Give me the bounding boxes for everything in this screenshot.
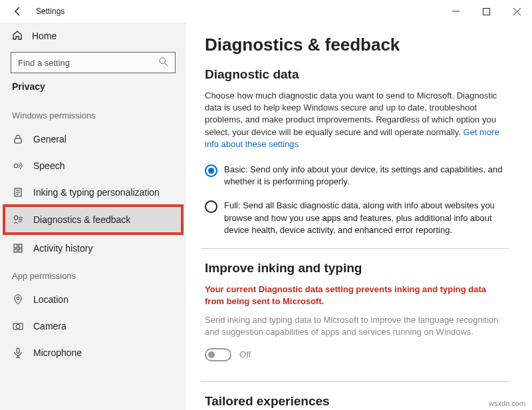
svg-rect-0 bbox=[483, 8, 489, 15]
sidebar-item-speech[interactable]: Speech bbox=[0, 152, 186, 179]
microphone-icon bbox=[12, 347, 24, 358]
sidebar-item-location[interactable]: Location bbox=[0, 286, 186, 313]
tailored-heading: Tailored experiences bbox=[205, 394, 505, 409]
sidebar-item-label: Activity history bbox=[33, 243, 92, 254]
sidebar-item-label: Location bbox=[33, 294, 68, 305]
toggle-switch-off bbox=[205, 348, 231, 361]
search-input[interactable]: Find a setting bbox=[11, 52, 176, 73]
toggle-label: Off bbox=[239, 349, 251, 359]
back-button[interactable] bbox=[7, 0, 29, 23]
sidebar-item-diagnostics[interactable]: Diagnostics & feedback bbox=[3, 204, 184, 235]
document-icon bbox=[12, 187, 24, 198]
app-title: Settings bbox=[36, 7, 65, 16]
location-icon bbox=[12, 294, 24, 305]
watermark: wsxdn.com bbox=[489, 399, 525, 407]
sidebar-item-label: Camera bbox=[33, 321, 66, 331]
speech-icon bbox=[12, 160, 24, 171]
radio-icon-unchecked bbox=[205, 200, 217, 213]
divider bbox=[201, 381, 509, 382]
section-current: Privacy bbox=[0, 81, 186, 101]
diagnostic-data-heading: Diagnostic data bbox=[205, 67, 505, 82]
svg-rect-13 bbox=[17, 348, 19, 353]
svg-rect-6 bbox=[14, 244, 17, 248]
group-app-permissions: App permissions bbox=[0, 262, 186, 286]
svg-rect-9 bbox=[19, 249, 22, 252]
sidebar-item-inking[interactable]: Inking & typing personalization bbox=[0, 179, 186, 206]
group-windows-permissions: Windows permissions bbox=[0, 101, 186, 126]
radio-full-label: Full: Send all Basic diagnostic data, al… bbox=[224, 200, 505, 236]
camera-icon bbox=[12, 321, 24, 331]
improve-toggle[interactable]: Off bbox=[205, 348, 505, 361]
sidebar-item-label: Inking & typing personalization bbox=[33, 187, 160, 198]
svg-point-3 bbox=[14, 164, 18, 168]
radio-full[interactable]: Full: Send all Basic diagnostic data, al… bbox=[205, 200, 505, 236]
svg-point-10 bbox=[17, 297, 19, 300]
svg-rect-2 bbox=[15, 138, 21, 143]
home-label: Home bbox=[32, 31, 57, 41]
search-placeholder: Find a setting bbox=[18, 58, 70, 68]
history-icon bbox=[12, 243, 24, 254]
titlebar: Settings bbox=[0, 0, 532, 23]
radio-icon-checked bbox=[205, 164, 217, 177]
home-icon bbox=[12, 30, 23, 43]
sidebar: Home Find a setting Privacy Windows perm… bbox=[0, 23, 186, 410]
close-icon bbox=[513, 8, 521, 15]
sidebar-item-activity[interactable]: Activity history bbox=[0, 235, 186, 262]
improve-desc: Send inking and typing data to Microsoft… bbox=[205, 314, 505, 338]
maximize-button[interactable] bbox=[471, 0, 501, 23]
lock-icon bbox=[12, 134, 24, 144]
feedback-icon bbox=[12, 214, 24, 225]
page-title: Diagnostics & feedback bbox=[205, 35, 505, 55]
sidebar-item-general[interactable]: General bbox=[0, 126, 186, 152]
divider bbox=[201, 248, 509, 249]
minimize-button[interactable] bbox=[440, 0, 471, 23]
radio-basic[interactable]: Basic: Send only info about your device,… bbox=[205, 164, 505, 188]
content-area[interactable]: Diagnostics & feedback Diagnostic data C… bbox=[186, 23, 532, 410]
diagnostic-desc: Choose how much diagnostic data you want… bbox=[205, 90, 505, 150]
sidebar-item-label: Speech bbox=[33, 160, 65, 171]
radio-basic-label: Basic: Send only info about your device,… bbox=[224, 164, 505, 188]
sidebar-item-camera[interactable]: Camera bbox=[0, 313, 186, 339]
sidebar-item-label: Microphone bbox=[33, 347, 82, 358]
home-nav[interactable]: Home bbox=[0, 23, 186, 49]
improve-warning: Your current Diagnostic data setting pre… bbox=[205, 284, 505, 308]
svg-point-1 bbox=[160, 57, 166, 63]
svg-rect-7 bbox=[19, 244, 22, 248]
svg-point-12 bbox=[16, 325, 20, 329]
close-button[interactable] bbox=[501, 0, 532, 23]
improve-heading: Improve inking and typing bbox=[205, 261, 505, 276]
sidebar-item-label: Diagnostics & feedback bbox=[33, 214, 130, 225]
svg-rect-8 bbox=[14, 249, 17, 252]
sidebar-item-label: General bbox=[33, 134, 66, 144]
minimize-icon bbox=[452, 8, 460, 15]
search-icon bbox=[159, 57, 168, 69]
arrow-left-icon bbox=[13, 6, 23, 17]
svg-point-5 bbox=[14, 216, 18, 220]
maximize-icon bbox=[483, 8, 490, 15]
sidebar-item-microphone[interactable]: Microphone bbox=[0, 339, 186, 366]
